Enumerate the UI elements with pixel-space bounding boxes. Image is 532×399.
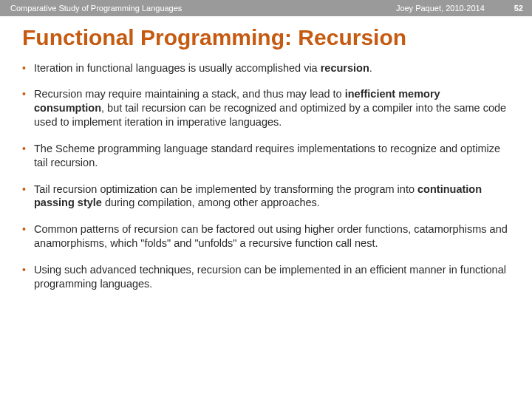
slide-title: Functional Programming: Recursion — [0, 16, 532, 61]
list-item: The Scheme programming language standard… — [22, 142, 510, 170]
bullet-list: Iteration in functional languages is usu… — [22, 61, 510, 291]
list-item: Tail recursion optimization can be imple… — [22, 183, 510, 211]
author-info: Joey Paquet, 2010-2014 — [396, 4, 514, 13]
list-item: Common patterns of recursion can be fact… — [22, 222, 510, 250]
list-item: Iteration in functional languages is usu… — [22, 61, 510, 75]
slide-header: Comparative Study of Programming Languag… — [0, 0, 532, 16]
course-title: Comparative Study of Programming Languag… — [10, 4, 182, 13]
page-number: 52 — [514, 4, 523, 13]
list-item: Using such advanced techniques, recursio… — [22, 263, 510, 291]
list-item: Recursion may require maintaining a stac… — [22, 87, 510, 129]
slide-content: Iteration in functional languages is usu… — [0, 61, 532, 291]
